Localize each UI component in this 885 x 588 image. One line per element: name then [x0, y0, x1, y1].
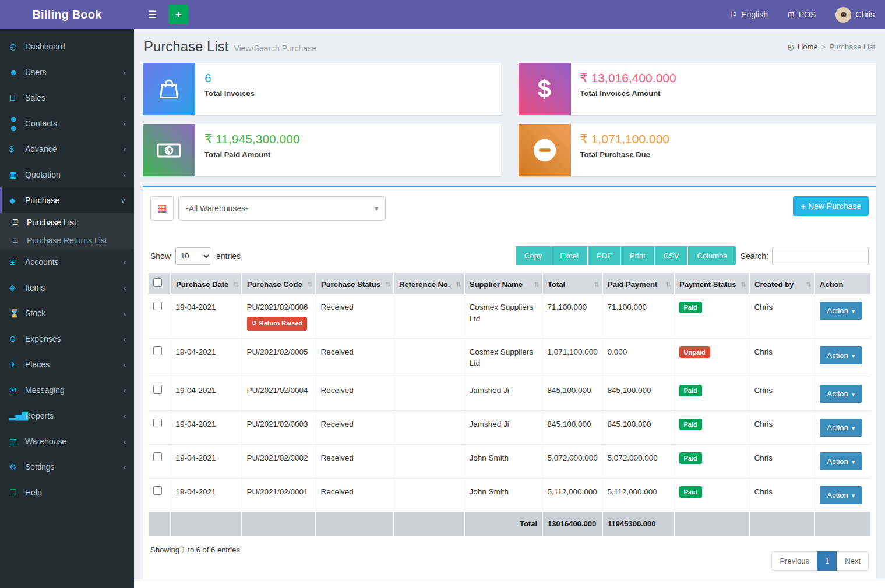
- select-all-checkbox-cell: [149, 273, 171, 294]
- total-invoices-value: 6: [204, 70, 255, 85]
- column-header-action[interactable]: Action: [815, 273, 870, 294]
- column-header-purchase-status[interactable]: Purchase Status: [316, 273, 394, 294]
- breadcrumb-separator: >: [821, 42, 826, 51]
- sidebar-item-dashboard[interactable]: ◴ Dashboard: [0, 34, 134, 59]
- pos-menu[interactable]: ⊞ POS: [788, 10, 816, 19]
- column-header-created-by[interactable]: Created by: [749, 273, 815, 294]
- action-button[interactable]: Action: [820, 302, 863, 320]
- next-page-button[interactable]: Next: [837, 551, 869, 571]
- sort-icon[interactable]: [594, 281, 600, 289]
- sidebar-item-reports[interactable]: ▂▅▇ Reports ‹: [0, 403, 134, 428]
- breadcrumb-home[interactable]: Home: [798, 42, 818, 51]
- sidebar-item-label: Purchase: [25, 196, 59, 205]
- app-logo[interactable]: Billing Book: [0, 0, 134, 29]
- row-checkbox[interactable]: [153, 302, 162, 310]
- search-input[interactable]: [772, 247, 869, 265]
- user-menu[interactable]: ☻ Chris: [835, 7, 875, 23]
- sidebar-item-items[interactable]: ◈ Items ‹: [0, 275, 134, 300]
- chevron-icon: ‹: [124, 94, 126, 102]
- table-row: 19-04-2021 PU/2021/02/0001 Received John…: [149, 478, 870, 512]
- select-all-checkbox[interactable]: [153, 278, 162, 287]
- export-print-button[interactable]: Print: [621, 246, 655, 265]
- sidebar-item-label: Places: [25, 360, 50, 369]
- sort-icon[interactable]: [806, 281, 812, 289]
- sort-icon[interactable]: [741, 281, 746, 289]
- chevron-icon: ‹: [124, 386, 126, 395]
- hamburger-menu-icon[interactable]: ☰: [144, 6, 160, 23]
- sidebar-item-quotation[interactable]: ▦ Quotation ‹: [0, 162, 134, 187]
- sidebar-item-accounts[interactable]: ⊞ Accounts ‹: [0, 249, 134, 275]
- sort-icon[interactable]: [307, 281, 313, 289]
- sidebar-item-warehouse[interactable]: ◫ Warehouse ‹: [0, 428, 134, 454]
- sidebar-item-icon: ◴: [9, 42, 25, 51]
- page-1-button[interactable]: 1: [817, 551, 837, 571]
- export-copy-button[interactable]: Copy: [516, 246, 551, 265]
- sidebar-item-contacts[interactable]: ☻☻ Contacts ‹: [0, 111, 134, 136]
- sort-icon[interactable]: [456, 281, 461, 289]
- column-header-paid-payment[interactable]: Paid Payment: [602, 273, 674, 294]
- page-size-select[interactable]: 10: [175, 247, 211, 265]
- cell-purchase-code: PU/2021/02/0003: [242, 410, 316, 444]
- export-pdf-button[interactable]: PDF: [588, 246, 621, 265]
- row-checkbox[interactable]: [153, 452, 162, 461]
- sidebar-item-help[interactable]: ❒ Help: [0, 480, 134, 505]
- sort-icon[interactable]: [665, 281, 671, 289]
- column-header-purchase-date[interactable]: Purchase Date: [171, 273, 242, 294]
- row-checkbox[interactable]: [153, 346, 162, 355]
- sidebar-item-sales[interactable]: ⊔ Sales ‹: [0, 85, 134, 111]
- sidebar-item-label: Sales: [25, 93, 45, 102]
- page-title: Purchase List: [144, 38, 228, 55]
- sidebar-item-icon: ✈: [9, 360, 25, 369]
- sidebar-item-messaging[interactable]: ✉ Messaging ‹: [0, 377, 134, 403]
- row-checkbox[interactable]: [153, 486, 162, 495]
- sort-icon[interactable]: [534, 281, 540, 289]
- action-button[interactable]: Action: [820, 486, 863, 504]
- column-header-purchase-code[interactable]: Purchase Code: [242, 273, 316, 294]
- row-checkbox[interactable]: [153, 385, 162, 394]
- cell-paid-payment: 71,100.000: [602, 294, 674, 338]
- export-csv-button[interactable]: CSV: [655, 246, 689, 265]
- chevron-down-icon: ▾: [375, 204, 378, 212]
- navbar: ☰ + ⚐ English ⊞ POS ☻ Chris: [134, 0, 885, 29]
- sidebar-item-expenses[interactable]: ⊖ Expenses ‹: [0, 326, 134, 352]
- caret-down-icon: [848, 491, 855, 500]
- previous-page-button[interactable]: Previous: [771, 551, 817, 571]
- quick-add-button[interactable]: +: [168, 5, 188, 24]
- cell-payment-status: Paid: [674, 444, 749, 478]
- plus-icon: +: [801, 201, 806, 211]
- action-button[interactable]: Action: [820, 385, 863, 403]
- new-purchase-button[interactable]: + New Purchase: [793, 196, 869, 216]
- column-header-total[interactable]: Total: [542, 273, 602, 294]
- action-button[interactable]: Action: [820, 346, 863, 364]
- column-header-payment-status[interactable]: Payment Status: [674, 273, 749, 294]
- sidebar-item-settings[interactable]: ⚙ Settings ‹: [0, 454, 134, 480]
- sidebar: ◴ Dashboard ☻ Users ‹ ⊔ Sales ‹ ☻☻ Conta…: [0, 29, 134, 588]
- sidebar-item-icon: ⊖: [9, 334, 25, 343]
- caret-down-icon: [848, 306, 855, 315]
- language-label: English: [741, 10, 768, 19]
- card-total-invoices-amount: $ ₹ 13,016,400.000 Total Invoices Amount: [519, 63, 877, 115]
- export-buttons: Copy Excel PDF Print CSV Columns: [516, 246, 736, 265]
- language-menu[interactable]: ⚐ English: [730, 10, 768, 19]
- column-header-supplier-name[interactable]: Supplier Name: [464, 273, 542, 294]
- action-button[interactable]: Action: [820, 452, 863, 470]
- sidebar-item-advance[interactable]: $ Advance ‹: [0, 136, 134, 162]
- sidebar-subitem-purchase-list[interactable]: ☰ Purchase List: [0, 213, 134, 231]
- sidebar-menu-main: ◴ Dashboard ☻ Users ‹ ⊔ Sales ‹ ☻☻ Conta…: [0, 29, 134, 213]
- sidebar-item-label: Items: [25, 283, 45, 292]
- warehouse-select[interactable]: -All Warehouses- ▾: [178, 196, 386, 221]
- sort-icon[interactable]: [385, 281, 391, 289]
- sidebar-item-users[interactable]: ☻ Users ‹: [0, 59, 134, 85]
- cell-purchase-code: PU/2021/02/0006 Return Raised: [242, 294, 316, 338]
- sidebar-item-stock[interactable]: ⌛ Stock ‹: [0, 300, 134, 326]
- sidebar-subitem-purchase-returns-list[interactable]: ☰ Purchase Returns List: [0, 231, 134, 249]
- action-button[interactable]: Action: [820, 419, 863, 437]
- export-excel-button[interactable]: Excel: [551, 246, 588, 265]
- export-columns-button[interactable]: Columns: [688, 246, 735, 265]
- home-icon: ◴: [788, 42, 794, 51]
- sort-icon[interactable]: [233, 281, 239, 289]
- sidebar-item-purchase[interactable]: ◆ Purchase ∨: [0, 187, 134, 213]
- row-checkbox[interactable]: [153, 419, 162, 427]
- column-header-reference-no[interactable]: Reference No.: [394, 273, 464, 294]
- sidebar-item-places[interactable]: ✈ Places ‹: [0, 352, 134, 377]
